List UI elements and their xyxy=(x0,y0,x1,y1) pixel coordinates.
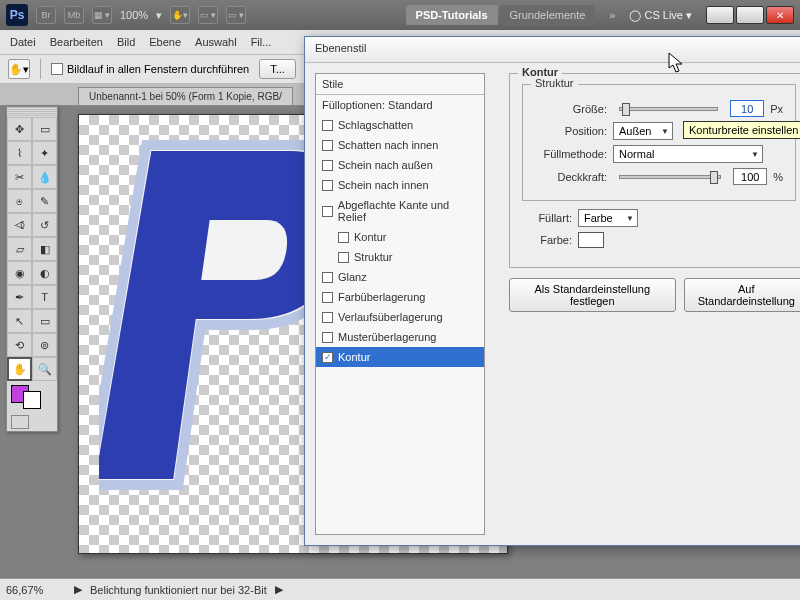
hand-tool-button[interactable]: ✋▾ xyxy=(170,6,190,24)
opacity-slider[interactable] xyxy=(619,175,721,179)
crop-tool[interactable]: ✂ xyxy=(7,165,32,189)
3d-tool[interactable]: ⟲ xyxy=(7,333,32,357)
hand-tool[interactable]: ✋ xyxy=(7,357,32,381)
status-message: Belichtung funktioniert nur bei 32-Bit xyxy=(90,584,267,596)
style-item[interactable]: Fülloptionen: Standard xyxy=(316,95,484,115)
cslive-button[interactable]: ◯ CS Live ▾ xyxy=(629,9,692,22)
menu-bearbeiten[interactable]: Bearbeiten xyxy=(50,36,103,48)
move-tool[interactable]: ✥ xyxy=(7,117,32,141)
quickmask-button[interactable] xyxy=(11,415,29,429)
status-arrow2-icon[interactable]: ▶ xyxy=(275,583,283,596)
style-item-label: Schlagschatten xyxy=(338,119,413,131)
style-item[interactable]: Musterüberlagerung xyxy=(316,327,484,347)
checkbox-icon xyxy=(322,140,333,151)
fill-label: Füllart: xyxy=(522,212,572,224)
toolbox-grip[interactable] xyxy=(7,107,57,117)
menu-auswahl[interactable]: Auswahl xyxy=(195,36,237,48)
minibridge-button[interactable]: Mb xyxy=(64,6,84,24)
opacity-input[interactable] xyxy=(733,168,767,185)
lasso-tool[interactable]: ⌇ xyxy=(7,141,32,165)
scroll-all-label: Bildlauf in allen Fenstern durchführen xyxy=(67,63,249,75)
app-bar: Ps Br Mb ▦ ▾ 100% ▾ ✋▾ ▭ ▾ ▭ ▾ PSD-Tutor… xyxy=(0,0,800,30)
style-item-label: Musterüberlagerung xyxy=(338,331,436,343)
minimize-button[interactable]: — xyxy=(706,6,734,24)
checkbox-icon xyxy=(322,332,333,343)
size-unit: Px xyxy=(770,103,783,115)
eraser-tool[interactable]: ▱ xyxy=(7,237,32,261)
style-item[interactable]: Glanz xyxy=(316,267,484,287)
style-item[interactable]: Schatten nach innen xyxy=(316,135,484,155)
menu-bild[interactable]: Bild xyxy=(117,36,135,48)
style-item[interactable]: Abgeflachte Kante und Relief xyxy=(316,195,484,227)
zoom-chevron-icon[interactable]: ▾ xyxy=(156,9,162,22)
menu-ebene[interactable]: Ebene xyxy=(149,36,181,48)
screenmode-button[interactable]: ▭ ▾ xyxy=(226,6,246,24)
fill-dropdown[interactable]: Farbe xyxy=(578,209,638,227)
history-brush-tool[interactable]: ↺ xyxy=(32,213,57,237)
dialog-title: Ebenenstil xyxy=(305,37,800,63)
style-item-label: Struktur xyxy=(354,251,393,263)
zoom-level[interactable]: 100% xyxy=(120,9,148,21)
background-swatch[interactable] xyxy=(23,391,41,409)
type-tool[interactable]: T xyxy=(32,285,57,309)
settings-panel: Kontur Struktur Größe: Px Konturbreite e… xyxy=(495,63,800,545)
shape-tool[interactable]: ▭ xyxy=(32,309,57,333)
size-label: Größe: xyxy=(535,103,607,115)
current-tool-icon[interactable]: ✋▾ xyxy=(8,59,30,79)
view-button[interactable]: ▦ ▾ xyxy=(92,6,112,24)
menu-filter[interactable]: Fil... xyxy=(251,36,272,48)
checkbox-icon xyxy=(322,206,333,217)
close-button[interactable]: ✕ xyxy=(766,6,794,24)
position-label: Position: xyxy=(535,125,607,137)
scroll-all-checkbox[interactable]: Bildlauf in allen Fenstern durchführen xyxy=(51,63,249,75)
make-default-button[interactable]: Als Standardeinstellung festlegen xyxy=(509,278,676,312)
wand-tool[interactable]: ✦ xyxy=(32,141,57,165)
marquee-tool[interactable]: ▭ xyxy=(32,117,57,141)
menu-datei[interactable]: Datei xyxy=(10,36,36,48)
color-swatch[interactable] xyxy=(578,232,604,248)
gradient-tool[interactable]: ◧ xyxy=(32,237,57,261)
blend-dropdown[interactable]: Normal xyxy=(613,145,763,163)
eyedropper-tool[interactable]: 💧 xyxy=(32,165,57,189)
healing-tool[interactable]: ⍟ xyxy=(7,189,32,213)
size-tooltip: Konturbreite einstellen xyxy=(683,121,800,139)
optbar-button[interactable]: T... xyxy=(259,59,296,79)
style-item[interactable]: Verlaufsüberlagerung xyxy=(316,307,484,327)
size-slider[interactable] xyxy=(619,107,718,111)
dodge-tool[interactable]: ◐ xyxy=(32,261,57,285)
style-item[interactable]: Kontur xyxy=(316,227,484,247)
size-input[interactable] xyxy=(730,100,764,117)
path-select-tool[interactable]: ↖ xyxy=(7,309,32,333)
blur-tool[interactable]: ◉ xyxy=(7,261,32,285)
arrange-button[interactable]: ▭ ▾ xyxy=(198,6,218,24)
stamp-tool[interactable]: ⏿ xyxy=(7,213,32,237)
position-dropdown[interactable]: Außen xyxy=(613,122,673,140)
zoom-tool[interactable]: 🔍 xyxy=(32,357,57,381)
workspace-more-icon[interactable]: » xyxy=(603,9,621,21)
style-item[interactable]: Schlagschatten xyxy=(316,115,484,135)
style-item[interactable]: Farbüberlagerung xyxy=(316,287,484,307)
style-item[interactable]: Schein nach außen xyxy=(316,155,484,175)
bridge-button[interactable]: Br xyxy=(36,6,56,24)
color-swatches[interactable] xyxy=(7,381,57,413)
status-arrow-icon[interactable]: ▶ xyxy=(74,583,82,596)
document-tab[interactable]: Unbenannt-1 bei 50% (Form 1 Kopie, RGB/ xyxy=(78,87,293,105)
checkbox-icon xyxy=(51,63,63,75)
status-zoom[interactable]: 66,67% xyxy=(6,584,66,596)
style-item[interactable]: ✓Kontur xyxy=(316,347,484,367)
maximize-button[interactable]: ☐ xyxy=(736,6,764,24)
reset-default-button[interactable]: Auf Standardeinstellung xyxy=(684,278,800,312)
workspace-tab-grundelemente[interactable]: Grundelemente xyxy=(500,5,596,25)
style-list-header: Stile xyxy=(316,74,484,95)
style-item-label: Fülloptionen: Standard xyxy=(322,99,433,111)
3d-camera-tool[interactable]: ⊚ xyxy=(32,333,57,357)
workspace-tab-tutorials[interactable]: PSD-Tutorials xyxy=(406,5,498,25)
status-bar: 66,67% ▶ Belichtung funktioniert nur bei… xyxy=(0,578,800,600)
pen-tool[interactable]: ✒ xyxy=(7,285,32,309)
style-item-label: Glanz xyxy=(338,271,367,283)
brush-tool[interactable]: ✎ xyxy=(32,189,57,213)
style-item[interactable]: Schein nach innen xyxy=(316,175,484,195)
style-item-label: Schatten nach innen xyxy=(338,139,438,151)
style-item[interactable]: Struktur xyxy=(316,247,484,267)
blend-value: Normal xyxy=(619,148,654,160)
